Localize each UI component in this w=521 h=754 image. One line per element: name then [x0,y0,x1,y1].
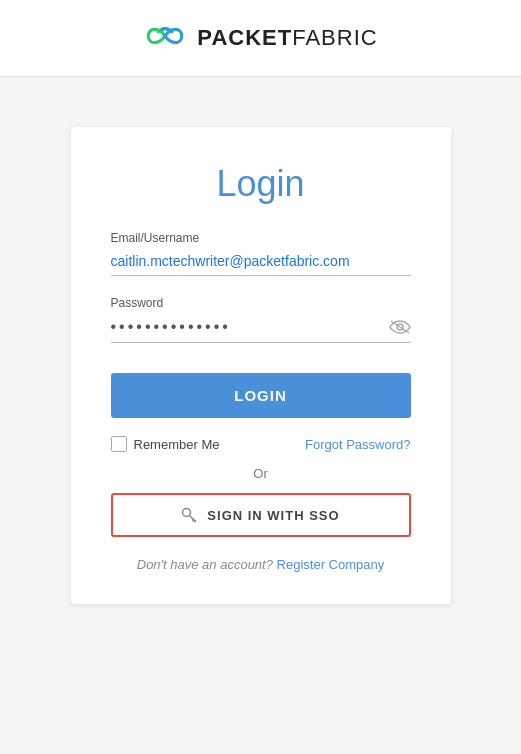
register-row: Don't have an account? Register Company [111,557,411,572]
email-label: Email/Username [111,231,411,245]
header: PACKETFABRIC [0,0,521,77]
login-title: Login [111,163,411,205]
sso-button-label: SIGN IN WITH SSO [207,508,339,523]
password-field-wrapper [111,314,411,343]
sso-button[interactable]: SIGN IN WITH SSO [111,493,411,537]
email-input[interactable] [111,249,411,276]
login-button[interactable]: LOGIN [111,373,411,418]
password-label: Password [111,296,411,310]
or-divider: Or [111,466,411,481]
login-card: Login Email/Username Password LOGIN Reme… [71,127,451,604]
logo [143,14,187,62]
email-field-wrapper [111,249,411,276]
remember-me-checkbox[interactable] [111,436,127,452]
brand-name: PACKETFABRIC [197,25,377,51]
remember-me-label: Remember Me [134,437,220,452]
no-account-text: Don't have an account? [137,557,273,572]
key-icon [181,507,197,523]
forgot-password-link[interactable]: Forgot Password? [305,437,411,452]
toggle-password-icon[interactable] [389,319,411,339]
remember-me-group: Remember Me [111,436,220,452]
password-input[interactable] [111,314,411,343]
svg-point-2 [183,509,191,517]
register-company-link[interactable]: Register Company [277,557,385,572]
remember-forgot-row: Remember Me Forgot Password? [111,436,411,452]
